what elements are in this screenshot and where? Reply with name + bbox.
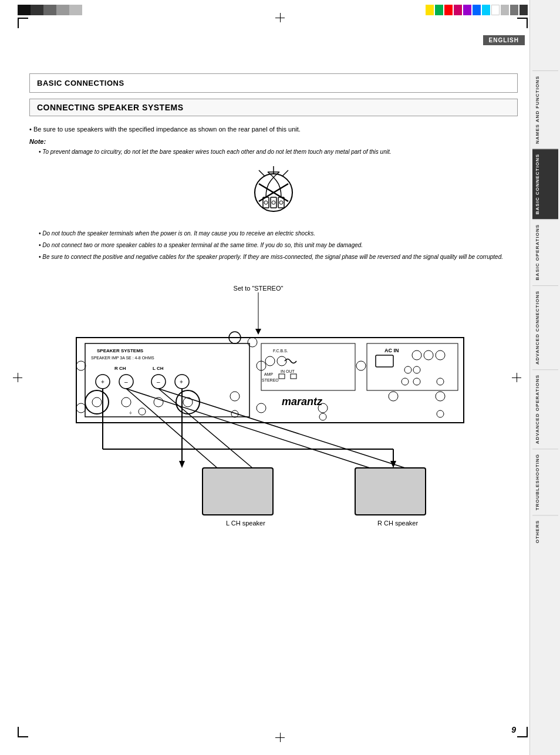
svg-text:AC IN: AC IN <box>384 348 399 353</box>
svg-text:SPEAKER IMP  3A  SE : 4-8 OHMS: SPEAKER IMP 3A SE : 4-8 OHMS <box>91 356 154 360</box>
svg-rect-76 <box>203 468 273 515</box>
bullet-2: Do not connect two or more speaker cable… <box>39 241 518 250</box>
svg-marker-15 <box>255 329 261 335</box>
speaker-systems-section: CONNECTING SPEAKER SYSTEMS <box>29 99 518 116</box>
basic-connections-title: BASIC CONNECTIONS <box>37 79 124 87</box>
svg-text:marantz: marantz <box>282 396 323 407</box>
svg-text:F.C.B.S.: F.C.B.S. <box>273 349 288 353</box>
svg-text:AMP: AMP <box>264 372 274 376</box>
sidebar-tab-troubleshooting[interactable]: TROUBLESHOOTING <box>532 449 558 515</box>
page-number: 9 <box>511 725 516 734</box>
bullet-3: Be sure to connect the positive and nega… <box>39 252 518 261</box>
svg-text:STEREO: STEREO <box>262 378 279 382</box>
svg-point-9 <box>272 201 275 204</box>
svg-text:SPEAKER SYSTEMS: SPEAKER SYSTEMS <box>97 348 144 353</box>
svg-text:+: + <box>180 379 183 385</box>
basic-connections-box: BASIC CONNECTIONS <box>29 73 518 93</box>
right-sidebar: NAMES AND FUNCTIONS BASIC CONNECTIONS BA… <box>529 0 560 755</box>
note-text: • To prevent damage to circuitry, do not… <box>39 147 518 156</box>
note-label: Note: <box>29 138 518 145</box>
main-content: BASIC CONNECTIONS CONNECTING SPEAKER SYS… <box>18 0 529 755</box>
diagram-area: Set to "STEREO" SPEAKER SYSTEMS SPEAKER … <box>29 279 518 533</box>
main-diagram-svg: Set to "STEREO" SPEAKER SYSTEMS SPEAKER … <box>29 279 511 531</box>
svg-point-7 <box>264 201 268 204</box>
svg-point-8 <box>279 201 283 204</box>
svg-line-3 <box>282 170 288 176</box>
intro-text: • Be sure to use speakers with the speci… <box>29 124 518 134</box>
svg-text:L CH speaker: L CH speaker <box>226 520 265 527</box>
speaker-systems-title: CONNECTING SPEAKER SYSTEMS <box>37 103 183 112</box>
svg-rect-77 <box>355 468 426 515</box>
svg-text:IN   OUT: IN OUT <box>281 369 295 373</box>
svg-text:R CH speaker: R CH speaker <box>377 520 418 527</box>
sidebar-tab-advanced-connections[interactable]: ADVANCED CONNECTIONS <box>532 285 558 369</box>
svg-text:+: + <box>101 379 104 385</box>
svg-text:Set to "STEREO": Set to "STEREO" <box>234 285 284 292</box>
bullet-1: Do not touch the speaker terminals when … <box>39 229 518 238</box>
sidebar-tab-names-and-functions[interactable]: NAMES AND FUNCTIONS <box>532 70 558 149</box>
svg-marker-75 <box>179 461 185 468</box>
sidebar-tab-advanced-operations[interactable]: ADVANCED OPERATIONS <box>532 369 558 449</box>
svg-text:–: – <box>157 379 160 385</box>
sidebar-tab-others[interactable]: OTHERS <box>532 515 558 548</box>
svg-text:L CH: L CH <box>153 366 164 371</box>
wire-image-area <box>29 163 518 222</box>
sidebar-tab-basic-connections[interactable]: BASIC CONNECTIONS <box>532 149 558 219</box>
svg-text:–: – <box>124 379 128 385</box>
sidebar-tab-basic-operations[interactable]: BASIC OPERATIONS <box>532 219 558 285</box>
svg-text:R CH: R CH <box>114 366 126 371</box>
svg-line-2 <box>259 170 265 176</box>
wire-diagram-svg <box>238 163 309 222</box>
svg-text:⏚: ⏚ <box>129 410 132 415</box>
